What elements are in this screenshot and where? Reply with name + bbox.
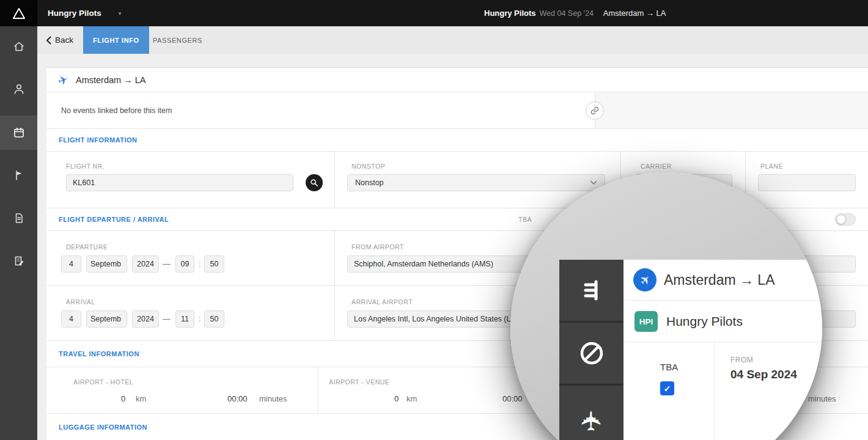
link-icon bbox=[590, 106, 599, 115]
airport-hotel-duration-unit: minutes bbox=[259, 394, 287, 403]
home-icon bbox=[13, 40, 25, 53]
airport-hotel-distance: 0 bbox=[121, 394, 125, 403]
magnified-org-row: HPI Hungry Pilots bbox=[623, 301, 822, 342]
airport-hotel-duration: 00:00 bbox=[227, 394, 248, 403]
airport-venue-duration: 00:00 bbox=[502, 394, 523, 403]
sidebar-item-home[interactable] bbox=[0, 29, 37, 64]
airport-venue-distance-unit: km bbox=[406, 394, 417, 403]
document-edit-icon bbox=[13, 255, 25, 267]
plane-label: PLANE bbox=[760, 163, 783, 170]
event-title: Amsterdam → LA bbox=[76, 68, 145, 92]
flight-nr-label: FLIGHT NR. bbox=[66, 163, 105, 170]
plane-input[interactable] bbox=[758, 174, 856, 191]
airport-hotel-label: AIRPORT - HOTEL bbox=[73, 378, 133, 386]
search-icon bbox=[310, 178, 318, 187]
tba-column-label: TBA bbox=[518, 208, 532, 230]
tabbar: Back FLIGHT INFO PASSENGERS bbox=[37, 26, 868, 54]
sidebar-item-calendar[interactable] bbox=[0, 116, 37, 150]
divider bbox=[714, 342, 715, 440]
arrival-label: ARRIVAL bbox=[66, 298, 95, 306]
nonstop-select[interactable]: Nonstop bbox=[347, 174, 605, 191]
airport-venue-distance: 0 bbox=[394, 394, 399, 403]
flight-event-badge: ✈ bbox=[633, 268, 657, 292]
divider bbox=[334, 231, 335, 285]
arrival-month-input[interactable] bbox=[86, 310, 127, 328]
pennant-flag-icon bbox=[13, 169, 25, 182]
flight-search-button[interactable] bbox=[306, 174, 323, 191]
magnified-from-date: 04 Sep 2024 bbox=[730, 368, 797, 381]
magnified-tile-day-off[interactable] bbox=[559, 323, 623, 384]
departure-day-input[interactable] bbox=[61, 255, 81, 273]
departure-month-input[interactable] bbox=[86, 255, 127, 273]
arrival-minute-input[interactable] bbox=[204, 310, 224, 328]
chevron-left-icon bbox=[46, 36, 51, 45]
plane-icon: ✈ bbox=[636, 271, 654, 289]
divider bbox=[334, 286, 335, 340]
date-time-separator: — bbox=[163, 310, 171, 328]
sidebar-item-documents[interactable] bbox=[0, 201, 37, 235]
team-switcher[interactable]: Hungry Pilots ▾ bbox=[48, 0, 121, 26]
app-logo[interactable] bbox=[0, 0, 37, 26]
context-event-title: Amsterdam → LA bbox=[603, 9, 666, 18]
sidebar-item-flag[interactable] bbox=[0, 158, 37, 193]
context-team-name: Hungry Pilots bbox=[484, 9, 536, 18]
link-event-button[interactable] bbox=[586, 101, 604, 120]
magnified-tba-label: TBA bbox=[660, 362, 678, 372]
magnified-tile-flight[interactable]: ✈ bbox=[559, 386, 623, 440]
magnified-event-type-column: ✈ bbox=[559, 260, 623, 440]
sidebar-item-people[interactable] bbox=[0, 72, 37, 106]
from-airport-label: FROM AIRPORT bbox=[351, 243, 404, 251]
check-icon: ✓ bbox=[664, 384, 671, 394]
tba-toggle[interactable] bbox=[835, 213, 856, 226]
person-icon bbox=[13, 83, 25, 95]
tba-checkbox[interactable]: ✓ bbox=[660, 381, 674, 395]
magnified-tile-runway[interactable] bbox=[559, 260, 623, 321]
event-header-row: ✈ Amsterdam → LA bbox=[46, 68, 868, 92]
chevron-down-icon bbox=[590, 180, 597, 185]
linked-events-panel bbox=[595, 92, 868, 128]
back-button[interactable]: Back bbox=[46, 26, 73, 54]
plane-icon: ✈ bbox=[576, 409, 607, 432]
logo-triangle-icon bbox=[12, 7, 26, 20]
context-date: Wed 04 Sep '24 bbox=[540, 9, 594, 18]
linked-events-row: No events linked before this item bbox=[46, 92, 868, 129]
calendar-icon bbox=[13, 127, 25, 139]
departure-hour-input[interactable] bbox=[175, 255, 194, 273]
nonstop-value: Nonstop bbox=[355, 178, 384, 187]
arrival-airport-label: ARRIVAL AIRPORT bbox=[351, 298, 413, 306]
sidebar bbox=[0, 26, 37, 440]
tab-flight-info[interactable]: FLIGHT INFO bbox=[83, 26, 149, 54]
divider bbox=[334, 152, 335, 208]
magnified-org-name: Hungry Pilots bbox=[666, 301, 743, 342]
arrival-hour-input[interactable] bbox=[175, 310, 194, 328]
magnified-route-title: Amsterdam → LA bbox=[664, 260, 775, 301]
tab-passengers[interactable]: PASSENGERS bbox=[144, 26, 211, 54]
flight-nr-input[interactable] bbox=[66, 174, 293, 191]
arrival-day-input[interactable] bbox=[61, 310, 81, 328]
carrier-label: CARRIER bbox=[641, 163, 672, 170]
date-time-separator: — bbox=[163, 255, 171, 273]
time-colon-separator: : bbox=[199, 310, 200, 328]
plane-icon: ✈ bbox=[56, 72, 70, 89]
back-label: Back bbox=[55, 35, 73, 45]
time-colon-separator: : bbox=[199, 255, 200, 273]
linked-events-message: No events linked before this item bbox=[61, 92, 172, 129]
app-window: Hungry Pilots ▾ Hungry Pilots Wed 04 Sep… bbox=[0, 0, 868, 440]
magnified-event-card: ✈ Amsterdam → LA HPI Hungry Pilots TBA ✓… bbox=[623, 260, 822, 440]
chevron-down-icon: ▾ bbox=[119, 10, 122, 16]
magnified-from-label: FROM bbox=[730, 356, 753, 364]
topbar: Hungry Pilots ▾ Hungry Pilots Wed 04 Sep… bbox=[0, 0, 868, 26]
airport-venue-label: AIRPORT - VENUE bbox=[329, 378, 389, 386]
airport-venue-duration-unit: minutes bbox=[808, 394, 836, 403]
section-departure-arrival-title: FLIGHT DEPARTURE / ARRIVAL bbox=[59, 216, 169, 223]
divider bbox=[318, 367, 318, 413]
runway-icon bbox=[579, 278, 604, 302]
team-name: Hungry Pilots bbox=[48, 9, 101, 18]
sidebar-item-notes[interactable] bbox=[0, 244, 37, 278]
arrival-year-input[interactable] bbox=[132, 310, 159, 328]
departure-year-input[interactable] bbox=[132, 255, 159, 273]
magnified-route-row: ✈ Amsterdam → LA bbox=[623, 260, 822, 301]
departure-minute-input[interactable] bbox=[204, 255, 224, 273]
no-entry-icon bbox=[578, 340, 605, 367]
section-flight-information: FLIGHT INFORMATION bbox=[46, 129, 868, 152]
